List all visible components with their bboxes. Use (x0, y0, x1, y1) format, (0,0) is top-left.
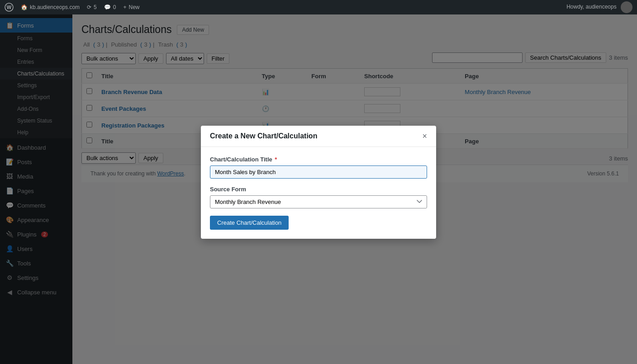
modal-overlay[interactable]: Create a New Chart/Calculation × Chart/C… (0, 0, 637, 364)
modal-header: Create a New Chart/Calculation × (201, 126, 436, 147)
source-form-select[interactable]: Monthly Branch Revenue Event Packages Fo… (210, 195, 427, 208)
new-content-item[interactable]: + New (123, 4, 139, 10)
svg-text:W: W (7, 5, 12, 10)
howdy-text: Howdy, audienceops (566, 1, 632, 13)
title-form-group: Chart/Calculation Title * (210, 156, 427, 179)
chart-title-input[interactable] (210, 165, 427, 179)
site-name[interactable]: 🏠 kb.audienceops.com (21, 4, 80, 10)
plus-icon: + (123, 4, 126, 10)
comments-item[interactable]: 💬 0 (104, 4, 116, 10)
site-icon: 🏠 (21, 4, 28, 10)
modal-body: Chart/Calculation Title * Source Form Mo… (201, 147, 436, 239)
admin-bar: W 🏠 kb.audienceops.com ⟳ 5 💬 0 + New How… (0, 0, 637, 14)
source-form-label: Source Form (210, 186, 427, 193)
wp-logo[interactable]: W (5, 3, 14, 12)
comments-icon: 💬 (104, 4, 111, 10)
source-form-group: Source Form Monthly Branch Revenue Event… (210, 186, 427, 208)
updates-item[interactable]: ⟳ 5 (87, 4, 97, 10)
updates-icon: ⟳ (87, 4, 91, 10)
modal-title: Create a New Chart/Calculation (210, 132, 317, 140)
create-chart-modal: Create a New Chart/Calculation × Chart/C… (201, 126, 436, 239)
modal-close-button[interactable]: × (422, 132, 427, 140)
user-avatar (621, 1, 632, 13)
create-chart-button[interactable]: Create Chart/Calculation (210, 216, 289, 230)
title-label: Chart/Calculation Title * (210, 156, 427, 163)
